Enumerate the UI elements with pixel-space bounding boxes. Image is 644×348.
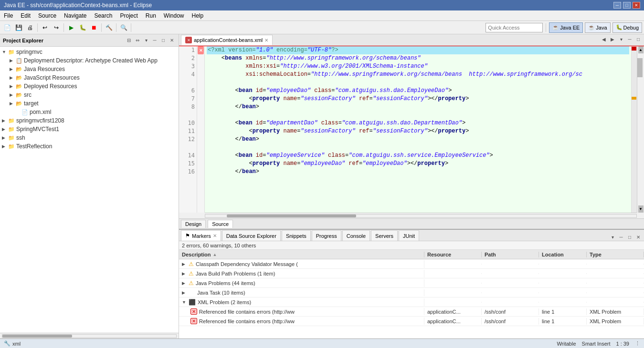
java-ee-perspective-button[interactable]: ☕ Java EE xyxy=(549,22,583,33)
javatask-resource xyxy=(424,292,482,293)
tree-item-testreflection[interactable]: ▶ 📁 TestReflection xyxy=(0,142,179,151)
menu-source[interactable]: Source xyxy=(34,11,60,20)
markers-summary: 2 errors, 60 warnings, 10 others xyxy=(179,241,644,250)
classpath-expand[interactable]: ▶ xyxy=(182,262,187,266)
pe-scrollbar[interactable] xyxy=(0,333,179,338)
tree-item-ssh[interactable]: ▶ 📁 ssh xyxy=(0,133,179,142)
maximize-button[interactable]: □ xyxy=(623,2,631,9)
line-num-9 xyxy=(181,111,195,119)
progress-tab[interactable]: Progress xyxy=(312,230,341,241)
java-perspective-button[interactable]: ☕ Java xyxy=(585,22,610,33)
run-button[interactable]: ▶ xyxy=(66,22,76,33)
tree-item-deployed-resources[interactable]: ▶ 📂 Deployed Resources xyxy=(0,82,179,91)
tree-arrow-java-resources: ▶ xyxy=(10,67,15,72)
editor-content[interactable]: <?xml version="1.0" encoding="UTF-8"?> <… xyxy=(205,46,631,213)
pe-maximize-button[interactable]: □ xyxy=(159,37,167,44)
menu-file[interactable]: File xyxy=(0,11,17,20)
line-num-10: 10⚑ xyxy=(181,119,195,127)
line-num-1: 1 xyxy=(181,46,195,54)
close-button[interactable]: ✕ xyxy=(633,2,640,9)
tree-item-springmvctest[interactable]: ▶ 📁 SpringMVCTest1 xyxy=(0,125,179,133)
tree-item-java-resources[interactable]: ▶ 📂 Java Resources xyxy=(0,65,179,73)
quick-access-input[interactable] xyxy=(486,23,543,32)
menu-project[interactable]: Project xyxy=(116,11,141,20)
hscroll-thumb[interactable] xyxy=(227,215,356,217)
editor-scroll-left[interactable]: ◀ xyxy=(600,35,608,43)
javaprob-location xyxy=(539,283,587,284)
menu-edit[interactable]: Edit xyxy=(17,11,34,20)
markers-row-buildpath[interactable]: ▶ ⚠ Java Build Path Problems (1 item) xyxy=(179,269,644,278)
markers-tab[interactable]: ⚑ Markers ✕ xyxy=(181,230,221,241)
menu-navigate[interactable]: Navigate xyxy=(60,11,90,20)
code-line-7: <property name="sessionFactory" ref="ses… xyxy=(207,95,629,103)
link-editor-button[interactable]: ⇔ xyxy=(134,37,141,44)
vscroll-down[interactable]: ▼ xyxy=(638,205,644,213)
redo-button[interactable]: ↪ xyxy=(51,22,62,33)
tree-item-js-resources[interactable]: ▶ 📂 JavaScript Resources xyxy=(0,73,179,82)
xmlprob-group-expand[interactable]: ▼ xyxy=(182,300,187,305)
editor-tab-appcontext[interactable]: ✕ applicationContext-beans.xml ✕ xyxy=(181,35,273,45)
vscroll-up[interactable]: ▲ xyxy=(638,46,644,53)
js-resources-icon: 📂 xyxy=(15,74,23,82)
bottom-close[interactable]: ✕ xyxy=(634,233,642,241)
javaprob-expand[interactable]: ▶ xyxy=(182,281,187,286)
menu-help[interactable]: Help xyxy=(188,11,208,20)
minimize-button[interactable]: ─ xyxy=(613,2,621,9)
editor-vscrollbar[interactable]: ▲ ▼ xyxy=(637,46,644,213)
markers-tab-close[interactable]: ✕ xyxy=(213,233,217,238)
xmlerr2-type: XML Problem xyxy=(587,318,644,325)
buildpath-type xyxy=(587,273,644,274)
editor-scroll-right[interactable]: ▶ xyxy=(609,35,616,43)
markers-row-classpath[interactable]: ▶ ⚠ Classpath Dependency Validator Messa… xyxy=(179,259,644,269)
java-ee-icon: ☕ xyxy=(552,24,559,31)
new-button[interactable]: 📄 xyxy=(2,22,12,33)
stop-button[interactable]: ⏹ xyxy=(89,22,99,33)
menu-window[interactable]: Window xyxy=(160,11,188,20)
javatask-expand[interactable]: ▶ xyxy=(182,290,187,295)
line-num-13 xyxy=(181,143,195,152)
editor-maximize[interactable]: □ xyxy=(634,35,642,43)
debug-perspective-button[interactable]: 🐛 Debug xyxy=(612,22,642,33)
vscroll-thumb[interactable] xyxy=(637,58,643,77)
markers-row-javaprob[interactable]: ▶ ⚠ Java Problems (44 items) xyxy=(179,278,644,288)
markers-row-xmlprob-group[interactable]: ▼ ⬛ XML Problem (2 items) xyxy=(179,297,644,307)
tree-item-target[interactable]: ▶ 📂 target xyxy=(0,99,179,108)
snippets-tab[interactable]: Snippets xyxy=(282,230,311,241)
menu-run[interactable]: Run xyxy=(142,11,160,20)
search-toolbar-button[interactable]: 🔍 xyxy=(118,22,129,33)
editor-view-menu[interactable]: ▾ xyxy=(617,35,625,43)
servers-tab[interactable]: Servers xyxy=(371,230,398,241)
build-button[interactable]: 🔨 xyxy=(104,22,114,33)
tree-item-springmvc[interactable]: ▼ 📁 springmvc xyxy=(0,48,179,56)
collapse-all-button[interactable]: ⊟ xyxy=(125,37,133,44)
main-area: Project Explorer ⊟ ⇔ ▾ ─ □ ✕ ▼ 📁 springm… xyxy=(0,34,644,338)
menu-search[interactable]: Search xyxy=(90,11,116,20)
markers-row-xmlerr2[interactable]: ✕ Referenced file contains errors (http:… xyxy=(179,317,644,326)
undo-button[interactable]: ↩ xyxy=(40,22,50,33)
pe-close-button[interactable]: ✕ xyxy=(168,37,176,44)
tree-item-src[interactable]: ▶ 📂 src xyxy=(0,91,179,99)
tab-design[interactable]: Design xyxy=(181,220,206,228)
tree-item-springmvcfirst[interactable]: ▶ 📁 springmvcfirst1208 xyxy=(0,116,179,125)
bottom-view-menu[interactable]: ▾ xyxy=(609,233,616,241)
markers-row-xmlerr1[interactable]: ✕ Referenced file contains errors (http:… xyxy=(179,307,644,317)
tab-source[interactable]: Source xyxy=(208,220,233,228)
buildpath-expand[interactable]: ▶ xyxy=(182,271,187,276)
bottom-minimize[interactable]: ─ xyxy=(617,233,625,241)
print-button[interactable]: 🖨 xyxy=(25,22,35,33)
debug-button[interactable]: 🐛 xyxy=(77,22,88,33)
bottom-maximize[interactable]: □ xyxy=(626,233,633,241)
junit-tab[interactable]: JUnit xyxy=(399,230,419,241)
tree-item-deployment[interactable]: ▶ 📋 Deployment Descriptor: Archetype Cre… xyxy=(0,56,179,65)
console-tab[interactable]: Console xyxy=(342,230,370,241)
tree-item-pom[interactable]: 📄 pom.xml xyxy=(0,108,179,116)
tab-close-appcontext[interactable]: ✕ xyxy=(264,38,268,43)
status-right: Writable Smart Insert 1 : 39 ⋮ xyxy=(557,340,640,347)
editor-hscrollbar[interactable] xyxy=(205,213,637,218)
datasource-tab[interactable]: Data Source Explorer xyxy=(222,230,281,241)
pe-minimize-button[interactable]: ─ xyxy=(151,37,158,44)
editor-minimize[interactable]: ─ xyxy=(626,35,633,43)
save-button[interactable]: 💾 xyxy=(13,22,24,33)
markers-row-javatask[interactable]: ▶ Java Task (10 items) xyxy=(179,288,644,297)
pe-view-menu-button[interactable]: ▾ xyxy=(142,37,150,44)
